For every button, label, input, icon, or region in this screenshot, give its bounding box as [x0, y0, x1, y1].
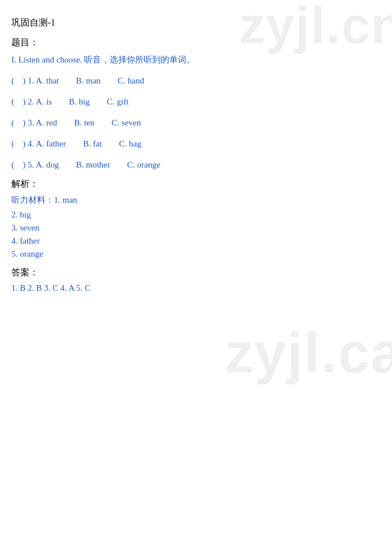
q1-c: hand: [128, 76, 144, 85]
listening-item-2: 3. seven: [11, 223, 381, 233]
answer-label: 答案：: [11, 267, 381, 279]
question-1: ( ) 1. A. that B. man C. hand: [11, 73, 381, 89]
analysis-label: 解析：: [11, 178, 381, 190]
q4-c: bag: [129, 139, 141, 148]
question-3: ( ) 3. A. red B. ten C. seven: [11, 115, 381, 131]
q3-b: ten: [84, 118, 94, 127]
q2-b: big: [79, 97, 90, 106]
q4-c-label: C.: [102, 139, 130, 148]
q3-a: red: [46, 118, 57, 127]
question-2: ( ) 2. A. is B. big C. gift: [11, 94, 381, 110]
listening-item-1: 2. big: [11, 210, 381, 220]
q2-c-label: C.: [90, 97, 117, 106]
listening-material-label: 听力材料：1. man: [11, 195, 381, 206]
q1-c-label: C.: [101, 76, 128, 85]
q3-b-label: B.: [57, 118, 84, 127]
q5-c-label: C.: [110, 160, 137, 169]
listening-item-0: 1. man: [54, 195, 77, 204]
q5-paren: ( ) 5. A.: [11, 160, 46, 169]
section-label: 题目：: [11, 37, 381, 49]
watermark-bottom: zyjl.ca: [225, 324, 392, 381]
q1-a: that: [46, 76, 59, 85]
q4-paren: ( ) 4. A.: [11, 139, 46, 148]
instruction: I. Listen and choose. 听音，选择你所听到的单词。: [11, 55, 381, 65]
q3-c: seven: [122, 118, 141, 127]
q5-a: dog: [46, 160, 59, 169]
q1-b-label: B.: [59, 76, 86, 85]
q1-b: man: [86, 76, 101, 85]
q4-a: father: [46, 139, 66, 148]
q2-paren: ( ) 2. A.: [11, 97, 46, 106]
q4-b: fat: [93, 139, 102, 148]
listening-item-3: 4. father: [11, 236, 381, 246]
q2-c: gift: [116, 97, 128, 106]
q2-a: is: [46, 97, 52, 106]
question-5: ( ) 5. A. dog B. mother C. orange: [11, 157, 381, 173]
answer-text: 1. B 2. B 3. C 4. A 5. C: [11, 283, 381, 293]
q4-b-label: B.: [66, 139, 93, 148]
q2-b-label: B.: [52, 97, 79, 106]
q3-paren: ( ) 3. A.: [11, 118, 46, 127]
q5-b-label: B.: [59, 160, 86, 169]
page-title: 巩固自测-1: [11, 17, 381, 29]
q3-c-label: C.: [94, 118, 122, 127]
question-4: ( ) 4. A. father B. fat C. bag: [11, 136, 381, 152]
q5-c: orange: [137, 160, 160, 169]
q5-b: mother: [86, 160, 110, 169]
q1-paren: ( ) 1. A.: [11, 76, 46, 85]
listening-item-4: 5. orange: [11, 249, 381, 259]
